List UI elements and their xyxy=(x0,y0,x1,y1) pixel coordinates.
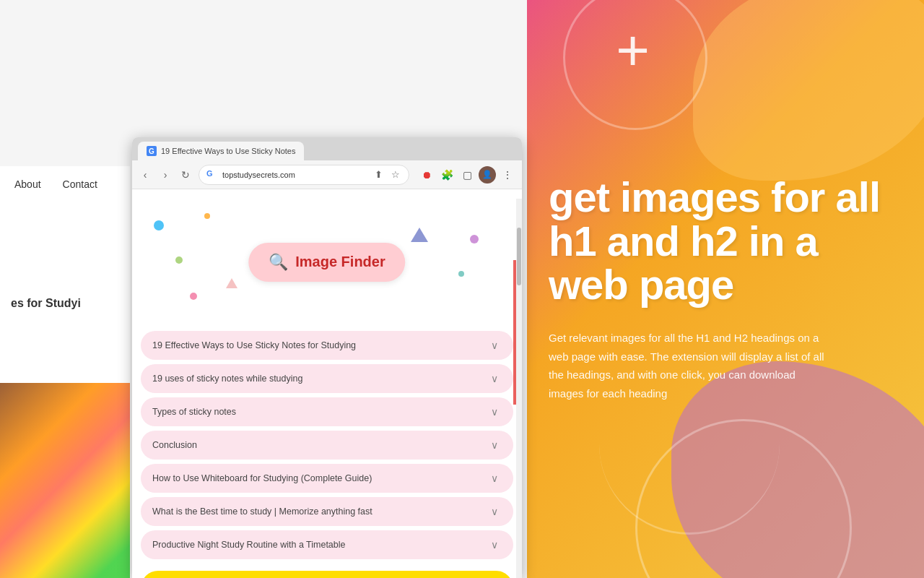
menu-icon[interactable]: ⋮ xyxy=(499,166,516,184)
share-icon[interactable]: ⬆ xyxy=(372,169,384,181)
forward-button[interactable]: › xyxy=(158,168,173,182)
nav-about[interactable]: About xyxy=(14,178,41,190)
heading-list: 19 Effective Ways to Use Sticky Notes fo… xyxy=(132,325,522,565)
heading-text-6: What is the Best time to study | Memoriz… xyxy=(152,506,487,517)
triangle-decor-1 xyxy=(411,228,428,242)
decor-dot-1 xyxy=(154,220,164,230)
decor-dot-5 xyxy=(458,271,464,277)
heading-item-1[interactable]: 19 Effective Ways to Use Sticky Notes fo… xyxy=(141,331,513,360)
profile-icon[interactable]: 👤 xyxy=(479,166,496,184)
promo-description: Get relevant images for all the H1 and H… xyxy=(549,329,830,402)
address-icons: ⬆ ☆ xyxy=(372,169,401,181)
heading-item-3[interactable]: Types of sticky notes ∨ xyxy=(141,397,513,426)
tab-bar: G 19 Effective Ways to Use Sticky Notes xyxy=(132,137,522,160)
heading-item-2[interactable]: 19 uses of sticky notes while studying ∨ xyxy=(141,364,513,393)
sticky-notes-image xyxy=(0,383,130,578)
chevron-icon-6: ∨ xyxy=(487,504,502,519)
decor-dot-3 xyxy=(204,213,210,219)
chevron-icon-4: ∨ xyxy=(487,438,502,452)
heading-text-3: Types of sticky notes xyxy=(152,407,487,417)
heading-text-2: 19 uses of sticky notes while studying xyxy=(152,374,487,384)
chevron-icon-5: ∨ xyxy=(487,471,502,486)
decor-dot-4 xyxy=(470,235,479,243)
popup-header: 🔍 Image Finder xyxy=(132,199,522,325)
google-icon: G xyxy=(206,169,218,181)
tab-favicon: G xyxy=(147,146,157,156)
search-icon: 🔍 xyxy=(269,253,288,272)
extension-popup: 🔍 Image Finder 19 Effective Ways to Use … xyxy=(132,199,522,578)
chevron-icon-2: ∨ xyxy=(487,371,502,386)
toolbar-icons: ⏺ 🧩 ▢ 👤 ⋮ xyxy=(418,166,516,184)
promo-headline: get images for all h1 and h2 in a web pa… xyxy=(549,176,881,308)
back-button[interactable]: ‹ xyxy=(138,168,152,182)
reload-button[interactable]: ↻ xyxy=(178,168,193,182)
browser-window: G 19 Effective Ways to Use Sticky Notes … xyxy=(132,137,522,578)
image-finder-title: Image Finder xyxy=(295,254,385,270)
heading-text-4: Conclusion xyxy=(152,440,487,450)
heading-item-7[interactable]: Productive Night Study Routine with a Ti… xyxy=(141,530,513,559)
record-icon[interactable]: ⏺ xyxy=(418,166,435,184)
heading-item-4[interactable]: Conclusion ∨ xyxy=(141,431,513,460)
window-icon[interactable]: ▢ xyxy=(458,166,476,184)
page-heading: es for Studyi xyxy=(0,289,130,319)
decor-dot-6 xyxy=(190,293,197,300)
heading-item-5[interactable]: How to Use Whiteboard for Studying (Comp… xyxy=(141,464,513,493)
website-nav: About Contact xyxy=(0,166,130,202)
heading-text-5: How to Use Whiteboard for Studying (Comp… xyxy=(152,473,487,483)
chevron-icon-7: ∨ xyxy=(487,538,502,552)
browser-tab[interactable]: G 19 Effective Ways to Use Sticky Notes xyxy=(138,142,304,160)
promo-section: get images for all h1 and h2 in a web pa… xyxy=(520,0,924,578)
star-icon[interactable]: ☆ xyxy=(390,169,401,181)
nav-contact[interactable]: Contact xyxy=(63,178,97,190)
heading-item-6[interactable]: What is the Best time to study | Memoriz… xyxy=(141,497,513,526)
chevron-icon-1: ∨ xyxy=(487,338,502,353)
tab-label: 19 Effective Ways to Use Sticky Notes xyxy=(161,147,295,155)
browser-section: About Contact es for Studyi G 19 Effecti… xyxy=(0,0,527,578)
buy-me-coffee-button[interactable]: ☕ Buy me a coffee xyxy=(141,571,513,578)
address-bar-row: ‹ › ↻ G topstudysecrets.com ⬆ ☆ ⏺ 🧩 ▢ 👤 … xyxy=(132,160,522,189)
heading-text-1: 19 Effective Ways to Use Sticky Notes fo… xyxy=(152,340,487,350)
decor-dot-2 xyxy=(175,256,183,264)
puzzle-icon[interactable]: 🧩 xyxy=(438,166,456,184)
heading-text-7: Productive Night Study Routine with a Ti… xyxy=(152,540,487,550)
address-bar[interactable]: G topstudysecrets.com ⬆ ☆ xyxy=(199,165,409,185)
chevron-icon-3: ∨ xyxy=(487,405,502,419)
address-text: topstudysecrets.com xyxy=(222,171,368,179)
image-finder-badge: 🔍 Image Finder xyxy=(248,243,405,282)
triangle-decor-2 xyxy=(226,278,237,288)
